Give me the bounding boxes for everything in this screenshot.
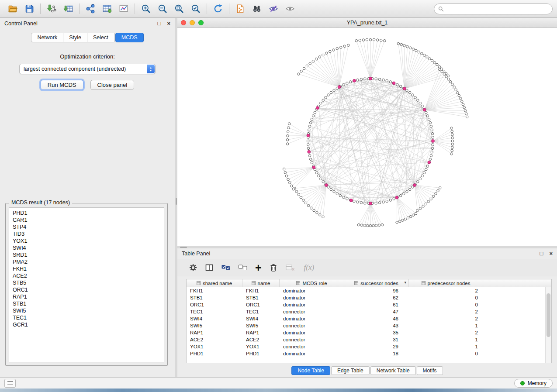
criterion-value: largest connected component (undirected) bbox=[24, 66, 126, 72]
mcds-result-item[interactable]: PMA2 bbox=[13, 258, 164, 265]
window-maximize-button[interactable] bbox=[198, 20, 204, 25]
tab-mcds[interactable]: MCDS bbox=[115, 33, 144, 42]
search-box[interactable] bbox=[434, 3, 553, 14]
import-table-icon bbox=[63, 4, 73, 14]
window-minimize-button[interactable] bbox=[190, 20, 195, 25]
import-network-button[interactable] bbox=[43, 2, 60, 16]
column-header-MCDS-role[interactable]: MCDS role bbox=[280, 279, 344, 287]
mcds-result-item[interactable]: SRD1 bbox=[13, 251, 164, 258]
table-row[interactable]: RAP1RAP1dominator352 bbox=[187, 329, 545, 336]
copy-document-button[interactable] bbox=[232, 2, 249, 16]
refresh-layout-button[interactable] bbox=[210, 2, 226, 16]
tab-network-table[interactable]: Network Table bbox=[370, 366, 416, 375]
mcds-result-item[interactable]: STB1 bbox=[13, 300, 164, 307]
table-cell: dominator bbox=[280, 287, 344, 294]
table-row[interactable]: YOX1YOX1connector291 bbox=[187, 343, 545, 350]
mcds-result-item[interactable]: PHD1 bbox=[13, 210, 164, 217]
table-row[interactable]: STB1STB1dominator620 bbox=[187, 294, 545, 301]
find-button[interactable] bbox=[249, 2, 265, 16]
table-cell: 29 bbox=[344, 343, 409, 350]
table-cell: dominator bbox=[280, 315, 344, 322]
table-cell: connector bbox=[280, 343, 344, 350]
network-image-button[interactable] bbox=[115, 2, 132, 16]
table-cell: 0 bbox=[409, 301, 483, 308]
table-row[interactable]: ORC1ORC1dominator610 bbox=[187, 301, 545, 308]
mcds-result-item[interactable]: SWI5 bbox=[13, 307, 164, 314]
table-row[interactable]: TEC1TEC1connector472 bbox=[187, 308, 545, 315]
tab-node-table[interactable]: Node Table bbox=[291, 366, 330, 375]
table-cell: 96 bbox=[344, 287, 409, 294]
splitter-grip bbox=[176, 198, 177, 205]
show-columns-button[interactable] bbox=[205, 261, 214, 274]
close-panel-icon[interactable]: × bbox=[167, 21, 170, 27]
toolbar-separator bbox=[79, 3, 80, 14]
tab-style[interactable]: Style bbox=[63, 33, 87, 42]
tab-network[interactable]: Network bbox=[31, 33, 63, 42]
column-header-shared-name[interactable]: shared name bbox=[187, 279, 242, 287]
network-canvas[interactable] bbox=[177, 28, 557, 246]
run-mcds-button[interactable]: Run MCDS bbox=[41, 80, 83, 90]
zoom-in-button[interactable] bbox=[138, 2, 154, 16]
table-settings-button[interactable] bbox=[189, 261, 197, 274]
tab-edge-table[interactable]: Edge Table bbox=[331, 366, 370, 375]
column-header-name[interactable]: name bbox=[242, 279, 280, 287]
float-table-panel-icon[interactable]: □ bbox=[540, 251, 543, 257]
close-panel-button[interactable]: Close panel bbox=[90, 80, 135, 90]
scrollbar-thumb[interactable] bbox=[547, 293, 550, 337]
table-row[interactable]: SWI5SWI5connector431 bbox=[187, 322, 545, 329]
zoom-out-button[interactable] bbox=[154, 2, 171, 16]
table-row[interactable]: ACE2ACE2connector311 bbox=[187, 336, 545, 343]
import-table-button[interactable] bbox=[60, 2, 76, 16]
mcds-result-item[interactable]: TEC1 bbox=[13, 314, 164, 321]
table-scrollbar[interactable] bbox=[545, 287, 551, 363]
mcds-result-item[interactable]: TID3 bbox=[13, 230, 164, 237]
mcds-result-item[interactable]: SWI4 bbox=[13, 244, 164, 251]
show-elements-button[interactable] bbox=[282, 2, 298, 16]
network-table-button[interactable] bbox=[99, 2, 115, 16]
tab-motifs[interactable]: Motifs bbox=[417, 366, 443, 375]
mcds-result-item[interactable]: FKH1 bbox=[13, 265, 164, 272]
mcds-result-item[interactable]: YOX1 bbox=[13, 237, 164, 244]
mcds-result-item[interactable]: CAR1 bbox=[13, 217, 164, 224]
table-row[interactable]: SWI4SWI4dominator462 bbox=[187, 315, 545, 322]
status-menu-button[interactable] bbox=[4, 379, 16, 388]
mcds-result-item[interactable]: STP4 bbox=[13, 224, 164, 230]
table-row[interactable]: PHD1PHD1dominator180 bbox=[187, 350, 545, 357]
table-cell: SWI5 bbox=[242, 322, 280, 329]
hide-elements-button[interactable] bbox=[265, 2, 282, 16]
mcds-result-list: PHD1CAR1STP4TID3YOX1SWI4SRD1PMA2FKH1ACE2… bbox=[9, 207, 164, 362]
deselect-all-button[interactable] bbox=[238, 261, 248, 274]
open-folder-button[interactable] bbox=[4, 2, 21, 16]
memory-button[interactable]: Memory bbox=[514, 379, 553, 388]
table-row[interactable]: FKH1FKH1dominator962 bbox=[187, 287, 545, 294]
float-panel-icon[interactable]: □ bbox=[158, 21, 161, 27]
mcds-result-item[interactable]: RAP1 bbox=[13, 293, 164, 300]
zoom-fit-button[interactable] bbox=[171, 2, 187, 16]
mcds-result-item[interactable]: GCR1 bbox=[13, 321, 164, 328]
new-network-button[interactable] bbox=[82, 2, 99, 16]
window-close-button[interactable] bbox=[181, 20, 186, 25]
column-header-successor-nodes[interactable]: successor nodes▾ bbox=[344, 279, 409, 287]
select-all-button[interactable] bbox=[221, 261, 231, 274]
zoom-selected-button[interactable] bbox=[187, 2, 204, 16]
tab-select[interactable]: Select bbox=[87, 33, 114, 42]
save-session-button[interactable] bbox=[21, 2, 38, 16]
mcds-result-item[interactable]: ACE2 bbox=[13, 272, 164, 279]
mcds-result-item[interactable]: ORC1 bbox=[13, 286, 164, 293]
search-input[interactable] bbox=[446, 6, 548, 12]
disabled-table-icon bbox=[285, 263, 295, 272]
column-header-predecessor-nodes[interactable]: predecessor nodes bbox=[409, 279, 483, 287]
add-column-button[interactable]: + bbox=[255, 261, 262, 274]
delete-column-button[interactable] bbox=[269, 261, 278, 274]
toolbar-separator bbox=[207, 3, 207, 14]
mcds-result-item[interactable]: STB5 bbox=[13, 279, 164, 286]
network-graph[interactable] bbox=[177, 28, 557, 246]
criterion-dropdown[interactable]: largest connected component (undirected)… bbox=[19, 64, 156, 74]
zoom-fit-icon bbox=[174, 4, 184, 14]
close-table-panel-icon[interactable]: × bbox=[549, 251, 553, 257]
control-panel-header: Control Panel □ × bbox=[0, 18, 175, 29]
column-sort-icon bbox=[296, 281, 300, 285]
table-cell: 2 bbox=[409, 308, 483, 315]
column-sort-icon bbox=[354, 281, 358, 285]
table-cell: ACE2 bbox=[242, 336, 280, 343]
